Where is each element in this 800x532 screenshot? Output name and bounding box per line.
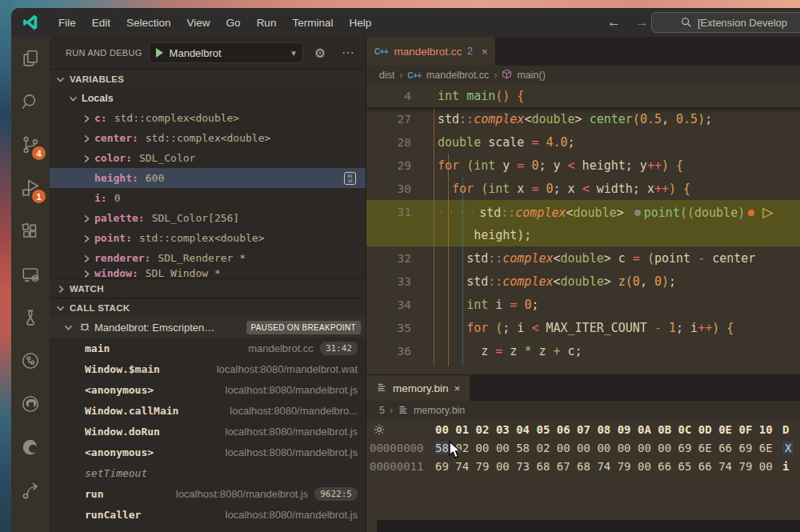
- hex-byte[interactable]: 66: [718, 442, 738, 454]
- menu-view[interactable]: View: [179, 13, 218, 33]
- hex-byte[interactable]: 00: [476, 442, 496, 454]
- inline-breakpoint-dot[interactable]: [634, 210, 641, 216]
- variable-color[interactable]: color:SDL_Color: [50, 148, 366, 168]
- menu-edit[interactable]: Edit: [84, 13, 118, 33]
- hex-grid[interactable]: 000102030405060708090A0B0C0D0E0F10D00000…: [366, 420, 800, 532]
- hex-byte[interactable]: 00: [577, 442, 597, 454]
- tab-memory-bin[interactable]: memory.bin ×: [366, 375, 470, 401]
- variable-i[interactable]: i:0: [50, 188, 366, 208]
- tab-mandelbrot-cc[interactable]: C++ mandelbrot.cc 2 ×: [366, 37, 495, 66]
- hex-byte[interactable]: 73: [516, 460, 536, 473]
- hex-byte[interactable]: 69: [435, 460, 455, 473]
- code-editor[interactable]: 4 int main() { 27std::complex<double> ce…: [366, 85, 800, 374]
- line-number[interactable]: 31▶: [366, 206, 411, 218]
- stack-frame[interactable]: Window.$mainlocalhost:8080/mandelbrot.wa…: [50, 358, 366, 379]
- line-number[interactable]: 27: [366, 113, 411, 126]
- code-line-32[interactable]: 32 std::complex<double> c = (point - cen…: [366, 246, 800, 270]
- line-number[interactable]: 34: [366, 298, 411, 311]
- line-number[interactable]: 35: [366, 322, 411, 334]
- hex-byte[interactable]: 79: [618, 460, 638, 473]
- hex-byte[interactable]: 74: [597, 460, 617, 473]
- command-center-search[interactable]: [Extension Develop: [651, 12, 800, 33]
- hex-byte[interactable]: 65: [678, 460, 698, 473]
- variable-c[interactable]: c:std::complex<double>: [50, 108, 366, 128]
- activity-live-share[interactable]: [11, 469, 50, 512]
- menu-file[interactable]: File: [50, 13, 84, 33]
- stack-frame[interactable]: Window.doRunlocalhost:8080/mandelbrot.js: [50, 421, 366, 442]
- breadcrumb[interactable]: dist › C++ mandelbrot.cc › main(): [366, 66, 800, 85]
- activity-search[interactable]: [11, 80, 50, 123]
- debug-more-actions-icon[interactable]: ···: [337, 46, 359, 60]
- variable-renderer[interactable]: renderer:SDL_Renderer *: [50, 248, 366, 268]
- menu-help[interactable]: Help: [341, 13, 379, 33]
- hex-byte[interactable]: 00: [496, 442, 516, 454]
- line-number[interactable]: 30: [366, 182, 411, 195]
- code-line-29[interactable]: 29for (int y = 0; y < height; y++) {: [366, 154, 800, 177]
- variable-palette[interactable]: palette:SDL_Color[256]: [50, 208, 366, 228]
- line-number[interactable]: 33: [366, 275, 411, 288]
- hex-byte[interactable]: 68: [577, 460, 597, 473]
- variables-section-header[interactable]: VARIABLES: [50, 69, 366, 88]
- hex-byte[interactable]: 66: [658, 460, 678, 473]
- hex-byte[interactable]: 66: [698, 460, 718, 473]
- start-debug-icon[interactable]: [156, 48, 163, 58]
- code-line-33[interactable]: 33 std::complex<double> z(0, 0);: [366, 270, 800, 293]
- menu-run[interactable]: Run: [249, 13, 285, 33]
- hex-byte[interactable]: 00: [638, 460, 658, 473]
- variable-height[interactable]: height:6000110: [50, 168, 366, 188]
- activity-extensions[interactable]: [11, 210, 50, 253]
- hex-byte[interactable]: 6E: [759, 442, 779, 454]
- panel-breadcrumb[interactable]: 5 › memory.bin: [366, 401, 800, 420]
- menu-terminal[interactable]: Terminal: [284, 13, 341, 33]
- stack-frame[interactable]: <anonymous>localhost:8080/mandelbrot.js: [50, 442, 366, 462]
- hex-byte[interactable]: 00: [597, 442, 617, 454]
- code-line-wrap[interactable]: height);: [366, 223, 800, 246]
- stack-frame[interactable]: runlocalhost:8080/mandelbrot.js9622:5: [50, 483, 366, 504]
- breadcrumb-offset[interactable]: 5: [379, 405, 385, 416]
- activity-edge-browser[interactable]: [11, 426, 50, 469]
- launch-config-dropdown[interactable]: Mandelbrot ▾: [149, 42, 303, 63]
- nav-back-button[interactable]: ←: [607, 14, 621, 30]
- inline-breakpoint-dot[interactable]: [748, 210, 754, 216]
- line-number[interactable]: 28: [366, 136, 411, 149]
- watch-section-header[interactable]: WATCH: [50, 278, 366, 298]
- hex-byte[interactable]: 68: [536, 460, 556, 473]
- breadcrumb-folder[interactable]: dist: [379, 70, 394, 81]
- activity-source-control[interactable]: 4: [11, 123, 50, 166]
- activity-run-and-debug[interactable]: 1: [11, 166, 50, 210]
- line-number[interactable]: 29: [366, 159, 411, 172]
- hex-byte[interactable]: 6E: [698, 442, 718, 454]
- hex-byte[interactable]: 00: [557, 442, 577, 454]
- stack-frame[interactable]: mainmandelbrot.cc31:42: [50, 338, 366, 358]
- sticky-scroll-line[interactable]: 4 int main() {: [366, 85, 800, 107]
- debug-session-row[interactable]: Mandelbrot: Emscripten… PAUSED ON BREAKP…: [50, 317, 366, 338]
- hex-byte[interactable]: 69: [738, 442, 758, 454]
- hex-byte[interactable]: 69: [678, 442, 698, 454]
- stack-frame[interactable]: Window.callMainlocalhost:8080/mandelbro.…: [50, 400, 366, 421]
- stack-frame[interactable]: runCallerlocalhost:8080/mandelbrot.js: [50, 504, 366, 525]
- hex-byte[interactable]: 79: [476, 460, 496, 473]
- hex-row-00000011[interactable]: 0000001169747900736867687479006665667479…: [366, 457, 800, 475]
- call-stack-section-header[interactable]: CALL STACK: [50, 298, 366, 317]
- code-line-28[interactable]: 28double scale = 4.0;: [366, 130, 800, 154]
- hex-settings-gear-icon[interactable]: [373, 423, 386, 438]
- menu-go[interactable]: Go: [218, 13, 249, 33]
- variable-point[interactable]: point:std::complex<double>: [50, 228, 366, 248]
- activity-remote-explorer[interactable]: [11, 253, 50, 296]
- hex-byte[interactable]: 00: [638, 442, 658, 454]
- breadcrumb-file[interactable]: mandelbrot.cc: [426, 70, 490, 81]
- variable-center[interactable]: center:std::complex<double>: [50, 128, 366, 148]
- activity-github[interactable]: [11, 382, 50, 426]
- code-line-35[interactable]: 35 for (; i < MAX_ITER_COUNT - 1; i++) {: [366, 316, 800, 339]
- close-icon[interactable]: ×: [482, 46, 488, 58]
- hex-byte[interactable]: 02: [536, 442, 556, 454]
- code-line-36[interactable]: 36 z = z * z + c;: [366, 339, 800, 362]
- code-line-31[interactable]: 31▶····std::complex<double> point((doubl…: [366, 200, 800, 223]
- breadcrumb-file[interactable]: memory.bin: [414, 405, 465, 416]
- code-line-27[interactable]: 27std::complex<double> center(0.5, 0.5);: [366, 107, 800, 130]
- menu-selection[interactable]: Selection: [118, 13, 179, 33]
- hex-byte[interactable]: 74: [455, 460, 475, 473]
- hex-byte[interactable]: 00: [759, 460, 779, 473]
- hex-byte[interactable]: 74: [718, 460, 738, 473]
- hex-byte[interactable]: 00: [658, 442, 678, 454]
